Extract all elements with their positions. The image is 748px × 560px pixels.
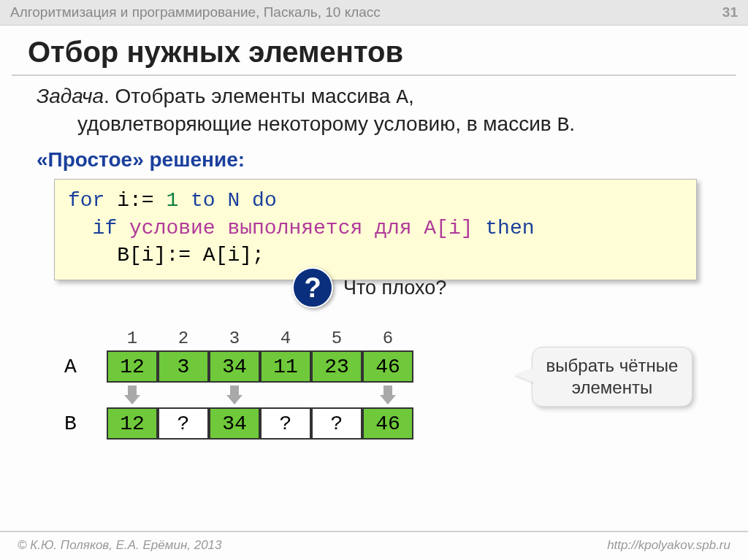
breadcrumb: Алгоритмизация и программирование, Паска… <box>10 4 381 20</box>
b-cell-2: ? <box>158 407 209 440</box>
task-array-a: A <box>396 86 408 109</box>
slide-content: Отбор нужных элементов Задача. Отобрать … <box>0 26 748 440</box>
a-cell-6: 46 <box>362 350 413 383</box>
footer-url: http://kpolyakov.spb.ru <box>607 538 730 553</box>
array-b-label: B <box>64 413 107 435</box>
idx-6: 6 <box>362 329 413 350</box>
code-assign: B[i]:= A[i]; <box>68 244 264 266</box>
a-cell-1: 12 <box>107 350 158 383</box>
question-callout: ? Что плохо? <box>292 267 748 308</box>
a-cell-3: 34 <box>209 350 260 383</box>
arrow-down-icon <box>380 386 396 404</box>
callout-tail-icon <box>515 368 534 383</box>
footer-copyright: © К.Ю. Поляков, Е.А. Ерёмин, 2013 <box>18 538 222 553</box>
a-cell-5: 23 <box>311 350 362 383</box>
question-text: Что плохо? <box>343 277 446 299</box>
b-cell-6: 46 <box>362 407 413 440</box>
code-box: for i:= 1 to N do if условие выполняется… <box>54 179 697 280</box>
idx-5: 5 <box>311 329 362 350</box>
task-text: Задача. Отобрать элементы массива A, удо… <box>0 83 748 139</box>
a-cell-4: 11 <box>260 350 311 383</box>
b-cell-4: ? <box>260 407 311 440</box>
kw-do: N do <box>215 189 277 212</box>
b-cell-1: 12 <box>107 407 158 440</box>
b-cell-3: 34 <box>209 407 260 440</box>
select-even-callout: выбрать чётные элементы <box>532 347 692 407</box>
kw-to: to <box>178 189 215 212</box>
idx-2: 2 <box>158 329 209 350</box>
task-comma: , <box>408 85 414 107</box>
task-line2: удовлетворяющие некоторому условию, в ма… <box>77 112 557 135</box>
array-b-row: B 12 ? 34 ? ? 46 <box>64 407 748 440</box>
kw-for: for <box>68 189 104 212</box>
task-dot: . <box>569 112 575 135</box>
task-prefix: Задача <box>37 85 104 107</box>
idx-1: 1 <box>107 329 158 350</box>
a-cell-2: 3 <box>158 350 209 383</box>
idx-3: 3 <box>209 329 260 350</box>
kw-if: if <box>68 217 117 239</box>
task-array-b: B <box>557 114 569 137</box>
task-line1: . Отобрать элементы массива <box>104 85 396 107</box>
array-a-label: A <box>64 356 107 378</box>
kw-then: then <box>473 217 535 239</box>
arrow-down-icon <box>124 386 140 404</box>
header-bar: Алгоритмизация и программирование, Паска… <box>0 0 748 26</box>
question-mark-icon: ? <box>292 267 333 308</box>
page-number: 31 <box>722 4 738 20</box>
footer: © К.Ю. Поляков, Е.А. Ерёмин, 2013 http:/… <box>0 531 748 560</box>
b-cell-5: ? <box>311 407 362 440</box>
condition-text: условие выполняется для A[i] <box>117 217 473 239</box>
page-title: Отбор нужных элементов <box>0 30 748 74</box>
arrow-down-icon <box>226 386 243 404</box>
divider <box>12 74 736 76</box>
idx-4: 4 <box>260 329 311 350</box>
simple-heading: «Простое» решение: <box>0 139 748 179</box>
literal-one: 1 <box>166 189 178 212</box>
